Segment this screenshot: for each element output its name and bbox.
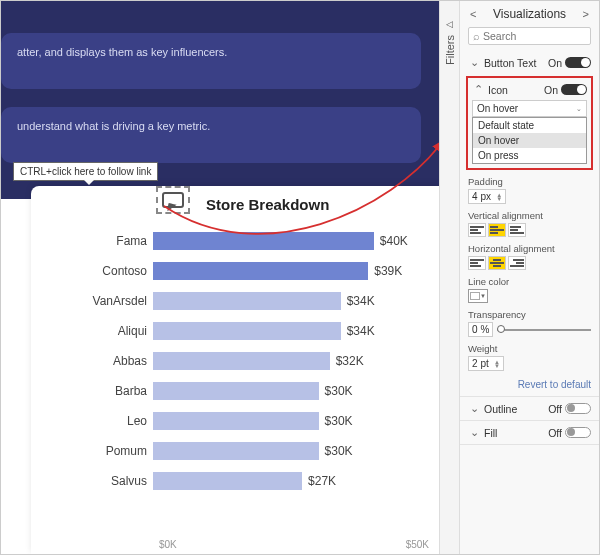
line-color-picker[interactable]: ▼ [468,289,488,303]
valign-buttons [468,223,591,237]
pane-title: Visualizations [493,7,566,21]
x-axis: $0K $50K [159,539,429,550]
spinner-icon[interactable]: ▲▼ [496,193,502,201]
button-icon-selection[interactable] [156,186,190,214]
speech-bubble-icon [162,192,184,208]
bar-row[interactable]: Pomum$30K [61,436,429,466]
bar-fill [153,442,319,460]
halign-label: Horizontal alignment [468,243,591,254]
bar-category: Contoso [61,264,153,278]
align-right-button[interactable] [508,256,526,270]
search-icon: ⌕ [473,30,480,42]
info-card-2: understand what is driving a key metric. [1,107,421,163]
button-text-section[interactable]: ⌄ Button Text On [468,53,591,72]
info-card-1: atter, and displays them as key influenc… [1,33,421,89]
bar-value: $30K [319,382,353,400]
expand-icon: ◁ [446,19,453,29]
bar-category: Aliqui [61,324,153,338]
bar-fill [153,352,330,370]
chevron-up-icon: ⌃ [472,83,485,96]
card-text: atter, and displays them as key influenc… [17,46,227,58]
filters-pane-collapsed[interactable]: ◁ Filters [439,1,459,554]
weight-label: Weight [468,343,591,354]
toggle-fill[interactable] [565,427,591,438]
search-field[interactable] [483,30,600,42]
bar-value: $34K [341,292,375,310]
chevron-down-icon: ⌄ [468,56,481,69]
weight-input[interactable]: 2 pt ▲▼ [468,356,504,371]
chevron-down-icon: ⌄ [468,402,481,415]
bar-value: $27K [302,472,336,490]
state-dropdown[interactable]: On hover ⌄ [472,100,587,117]
valign-label: Vertical alignment [468,210,591,221]
chevron-down-icon: ⌄ [468,426,481,439]
bar-row[interactable]: Aliqui$34K [61,316,429,346]
bar-row[interactable]: Salvus$27K [61,466,429,496]
transparency-label: Transparency [468,309,591,320]
collapse-pane-icon[interactable]: < [468,8,478,20]
align-top-button[interactable] [468,223,486,237]
expand-pane-icon[interactable]: > [581,8,591,20]
bar-category: Barba [61,384,153,398]
padding-label: Padding [468,176,591,187]
bar-category: Fama [61,234,153,248]
toggle-outline[interactable] [565,403,591,414]
bar-row[interactable]: Fama$40K [61,226,429,256]
highlight-annotation: ⌃ Icon On On hover ⌄ Default state On ho… [466,76,593,170]
bar-fill [153,322,341,340]
bar-fill [153,232,374,250]
outline-section[interactable]: ⌄ Outline Off [460,396,599,420]
chevron-down-icon: ⌄ [576,105,582,113]
bar-fill [153,412,319,430]
bar-category: Abbas [61,354,153,368]
spinner-icon[interactable]: ▲▼ [494,360,500,368]
state-dropdown-options: Default state On hover On press [472,117,587,164]
icon-section[interactable]: ⌃ Icon On [472,82,587,100]
bar-row[interactable]: Leo$30K [61,406,429,436]
bar-value: $39K [368,262,402,280]
bar-fill [153,262,368,280]
dropdown-option[interactable]: Default state [473,118,586,133]
toggle-button-text[interactable] [565,57,591,68]
align-middle-button[interactable] [488,223,506,237]
transparency-slider[interactable] [497,329,591,331]
bar-fill [153,472,302,490]
transparency-input[interactable]: 0 % [468,322,493,337]
search-input[interactable]: ⌕ [468,27,591,45]
card-text: understand what is driving a key metric. [17,120,210,132]
revert-link[interactable]: Revert to default [468,379,591,390]
bar-value: $30K [319,412,353,430]
bar-category: Salvus [61,474,153,488]
halign-buttons [468,256,591,270]
filters-label: Filters [444,35,456,65]
bar-row[interactable]: Abbas$32K [61,346,429,376]
align-center-button[interactable] [488,256,506,270]
fill-section[interactable]: ⌄ Fill Off [460,420,599,445]
chart-visual[interactable]: Store Breakdown Fama$40KContoso$39KVanAr… [31,186,439,554]
bar-category: Pomum [61,444,153,458]
bar-value: $34K [341,322,375,340]
bar-row[interactable]: Contoso$39K [61,256,429,286]
align-left-button[interactable] [468,256,486,270]
line-color-label: Line color [468,276,591,287]
bar-category: VanArsdel [61,294,153,308]
bar-value: $32K [330,352,364,370]
dropdown-option[interactable]: On press [473,148,586,163]
toggle-icon[interactable] [561,84,587,95]
bar-value: $40K [374,232,408,250]
visualizations-pane: < Visualizations > ⌕ ⌄ Button Text On ⌃ … [459,1,599,554]
axis-tick: $50K [406,539,429,550]
bar-fill [153,382,319,400]
bar-row[interactable]: VanArsdel$34K [61,286,429,316]
report-canvas[interactable]: atter, and displays them as key influenc… [1,1,439,554]
chart-title: Store Breakdown [206,196,329,213]
bar-category: Leo [61,414,153,428]
padding-input[interactable]: 4 px ▲▼ [468,189,506,204]
hyperlink-tooltip: CTRL+click here to follow link [13,162,158,181]
bar-row[interactable]: Barba$30K [61,376,429,406]
bar-fill [153,292,341,310]
bar-value: $30K [319,442,353,460]
dropdown-option[interactable]: On hover [473,133,586,148]
axis-tick: $0K [159,539,177,550]
align-bottom-button[interactable] [508,223,526,237]
